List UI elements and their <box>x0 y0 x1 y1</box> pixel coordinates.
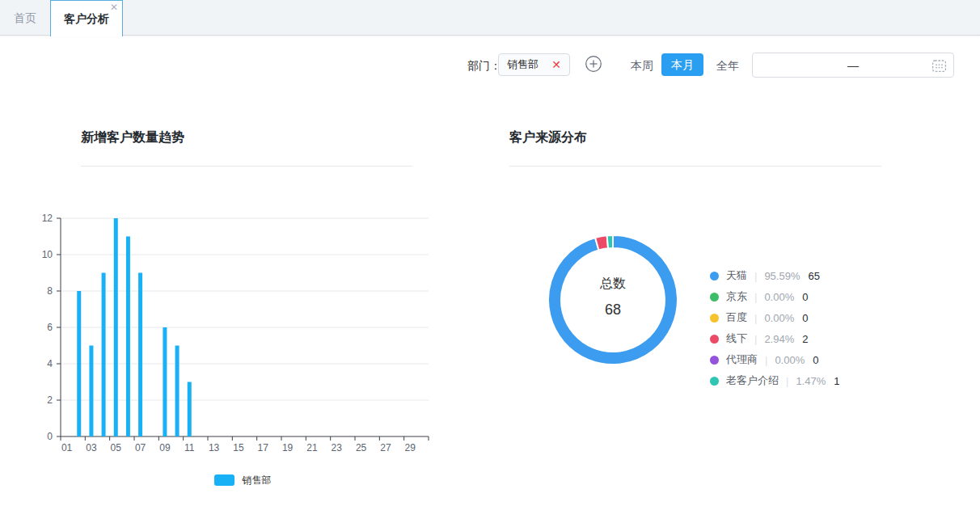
legend-count: 0 <box>802 312 808 324</box>
legend-series-label: 销售部 <box>243 474 272 487</box>
legend-count: 1 <box>834 375 839 387</box>
close-tab-icon[interactable]: ✕ <box>110 2 118 12</box>
svg-text:6: 6 <box>47 322 53 333</box>
legend-dot-icon <box>710 356 719 365</box>
add-department-icon[interactable] <box>585 55 602 73</box>
donut-chart-title: 客户来源分布 <box>509 129 587 146</box>
svg-text:0: 0 <box>47 431 53 442</box>
legend-percent: 1.47% <box>796 375 826 387</box>
legend-count: 0 <box>802 291 808 303</box>
legend-dot-icon <box>710 272 719 280</box>
tab-customer-analysis[interactable]: ✕ 客户分析 <box>50 0 123 36</box>
svg-text:09: 09 <box>159 442 171 453</box>
svg-text:13: 13 <box>209 442 220 453</box>
tab-bar: 首页 ✕ 客户分析 <box>0 0 980 36</box>
svg-text:05: 05 <box>111 442 122 453</box>
period-full-year[interactable]: 全年 <box>716 59 739 74</box>
tab-label: 客户分析 <box>64 12 109 25</box>
legend-dot-icon <box>710 293 719 301</box>
bar-chart: 024681012010305070911131517192123252729 <box>32 202 453 469</box>
donut-legend-item: 天猫|95.59%65 <box>710 265 840 286</box>
period-this-month[interactable]: 本月 <box>661 53 703 76</box>
legend-count: 2 <box>802 333 808 345</box>
date-range-placeholder: — <box>753 59 953 72</box>
legend-separator: | <box>786 375 788 387</box>
remove-department-icon[interactable]: ✕ <box>551 58 561 71</box>
donut-legend-item: 代理商|0.00%0 <box>710 349 840 370</box>
legend-source-name: 线下 <box>726 331 747 346</box>
donut-legend-item: 线下|2.94%2 <box>710 328 840 349</box>
svg-text:01: 01 <box>61 442 73 453</box>
svg-text:25: 25 <box>356 442 367 453</box>
calendar-icon <box>931 58 947 77</box>
legend-dot-icon <box>710 335 719 344</box>
customer-analysis-page: 首页 ✕ 客户分析 部门： 销售部 ✕ 本周 本月 全年 — 新增客户数量趋势 <box>0 0 980 506</box>
svg-text:07: 07 <box>135 442 146 453</box>
tab-home[interactable]: 首页 <box>0 0 50 36</box>
legend-percent: 0.00% <box>764 291 794 303</box>
donut-legend-item: 京东|0.00%0 <box>710 286 840 307</box>
svg-text:15: 15 <box>233 442 244 453</box>
legend-source-name: 代理商 <box>726 352 758 367</box>
svg-text:23: 23 <box>332 442 343 453</box>
legend-count: 65 <box>808 270 819 282</box>
svg-text:2: 2 <box>47 394 53 406</box>
svg-text:17: 17 <box>258 442 269 453</box>
legend-source-name: 天猫 <box>726 268 747 283</box>
left-title-divider <box>81 166 412 167</box>
period-this-week[interactable]: 本周 <box>631 59 653 74</box>
legend-dot-icon <box>710 377 719 386</box>
donut-legend-item: 百度|0.00%0 <box>710 307 840 328</box>
legend-dot-icon <box>710 314 719 323</box>
legend-percent: 2.94% <box>764 333 794 345</box>
legend-separator: | <box>765 354 767 366</box>
legend-source-name: 京东 <box>726 289 747 304</box>
right-title-divider <box>509 166 881 167</box>
svg-text:19: 19 <box>282 442 294 453</box>
department-tag[interactable]: 销售部 ✕ <box>498 53 570 76</box>
date-range-input[interactable]: — <box>752 53 954 78</box>
legend-source-name: 老客户介绍 <box>726 373 779 388</box>
legend-percent: 0.00% <box>764 312 794 324</box>
svg-text:10: 10 <box>42 249 53 260</box>
svg-text:21: 21 <box>306 442 318 453</box>
legend-percent: 95.59% <box>764 270 800 282</box>
bar-chart-legend[interactable]: 销售部 <box>32 472 453 488</box>
svg-text:11: 11 <box>184 442 195 453</box>
legend-percent: 0.00% <box>775 354 805 366</box>
donut-legend-item: 老客户介绍|1.47%1 <box>710 370 840 391</box>
legend-separator: | <box>754 312 757 324</box>
legend-separator: | <box>754 270 757 282</box>
department-label: 部门： <box>467 59 501 74</box>
svg-text:8: 8 <box>47 285 53 297</box>
donut-legend: 天猫|95.59%65京东|0.00%0百度|0.00%0线下|2.94%2代理… <box>710 265 840 391</box>
donut-chart <box>530 217 695 382</box>
legend-count: 0 <box>813 354 818 366</box>
svg-text:29: 29 <box>405 442 416 453</box>
svg-text:27: 27 <box>380 442 391 453</box>
svg-text:4: 4 <box>47 358 53 369</box>
legend-swatch <box>214 474 234 486</box>
bar-chart-title: 新增客户数量趋势 <box>81 129 184 146</box>
svg-text:12: 12 <box>42 213 53 224</box>
legend-source-name: 百度 <box>726 310 747 325</box>
department-tag-text: 销售部 <box>507 57 539 72</box>
svg-text:03: 03 <box>86 442 97 453</box>
legend-separator: | <box>754 291 757 303</box>
legend-separator: | <box>754 333 757 345</box>
